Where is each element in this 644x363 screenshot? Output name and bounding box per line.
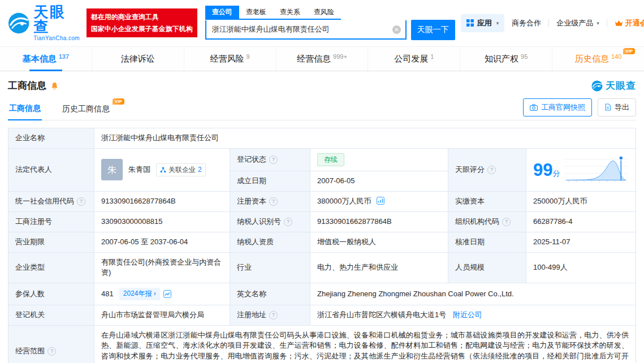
subtab-label: 历史工商信息 [62, 104, 110, 113]
table-row: 营业期限 2007-06-05 至 2037-06-04 纳税人资质 增值税一般… [8, 232, 636, 252]
industry-label: 行业 [230, 252, 310, 283]
subtab-history-business-info[interactable]: 历史工商信息 VIP [61, 98, 111, 120]
tab-label: 法律诉讼 [121, 54, 155, 64]
info-icon[interactable]: ? [77, 197, 85, 206]
score-widget[interactable]: 99分 [533, 155, 629, 184]
search-tab-relation[interactable]: 查关系 [273, 6, 307, 19]
business-cooperation-link[interactable]: 商务合作 [512, 18, 541, 28]
related-count: 2 [198, 165, 202, 175]
approved-date-value: 2025-11-07 [526, 232, 636, 252]
official-snapshot-button[interactable]: 工商官网快照 [523, 98, 592, 116]
enterprise-products-menu[interactable]: 企业级产品 ▾ [556, 18, 599, 28]
industry-value: 电力、热力生产和供应业 [310, 252, 448, 283]
top-header: 天眼查 TianYanCha.com 都在用的商业查询工具 国家中小企业发展子基… [0, 0, 644, 45]
related-companies-badge[interactable]: 关联企业 2 [156, 163, 206, 176]
info-icon[interactable]: ? [284, 218, 292, 226]
export-icon [604, 103, 611, 111]
tianyancha-watermark-icon [591, 80, 603, 92]
term-value: 2007-06-05 至 2037-06-04 [94, 232, 230, 252]
reg-no-label: 工商注册号 [8, 211, 94, 232]
info-icon[interactable]: ? [269, 197, 278, 206]
table-row: 企业类型 有限责任公司(外商投资企业与内资合资) 行业 电力、热力生产和供应业 … [8, 252, 636, 283]
divider [548, 19, 549, 27]
info-icon[interactable]: ? [269, 155, 278, 164]
search-tabs: 查公司 查老板 查关系 查风险 [205, 6, 341, 20]
company-name-value: 浙江浙能中煤舟山煤电有限责任公司 [94, 128, 636, 149]
tax-qual-value: 增值税一般纳税人 [310, 232, 448, 252]
section-title: 工商信息 [8, 79, 46, 92]
tab-history-info[interactable]: 历史信息 140 VIP [552, 47, 644, 71]
insured-trend-icon[interactable] [163, 290, 171, 298]
reg-status-label: 登记状态? [230, 148, 310, 171]
score-label: 天眼评分? [448, 148, 526, 191]
tab-label: 经营信息 [297, 54, 331, 64]
search-tab-boss[interactable]: 查老板 [239, 6, 273, 19]
tab-operating-info[interactable]: 经营信息 999+ [276, 47, 368, 71]
info-icon[interactable]: ? [487, 166, 496, 174]
reg-capital-label: 注册资本? [230, 192, 310, 212]
company-name-label: 企业名称 [8, 128, 94, 149]
nearby-companies-link[interactable]: 附近公司 [453, 310, 482, 319]
reg-authority-label: 登记机关 [8, 305, 94, 325]
table-row: 企业名称 浙江浙能中煤舟山煤电有限责任公司 [8, 128, 636, 149]
credit-code-value: 91330901662877864B [94, 192, 230, 212]
tab-operating-risk[interactable]: 经营风险 9 [184, 47, 276, 71]
business-scope-label: 经营范围? [8, 325, 94, 363]
tax-qual-label: 纳税人资质 [230, 232, 310, 252]
score-cell: 99分 [526, 148, 636, 191]
company-section-tabs: 基本信息 137 法律诉讼 经营风险 9 经营信息 999+ 公司发展 1 知识… [0, 46, 644, 71]
table-row: 法定代表人 朱 朱青国 关联企业 2 登记状态? [8, 148, 636, 171]
slogan-line-1: 都在用的商业查询工具 [91, 11, 193, 23]
info-icon[interactable]: ? [502, 218, 511, 226]
table-row: 工商注册号 330903000008815 纳税人识别号? 9133090166… [8, 211, 636, 232]
apps-label: 应用 [477, 18, 492, 28]
tab-count: 140 [611, 53, 621, 60]
clear-search-icon[interactable]: ✕ [392, 25, 401, 34]
legal-rep-label: 法定代表人 [8, 148, 94, 191]
business-info-card: 工商信息 天眼查 工商信息 历史工商信息 VIP [0, 71, 644, 363]
reg-status-value: 存续 [310, 148, 448, 171]
apps-grid-icon [466, 19, 474, 27]
watermark-text: 天眼查 [606, 79, 636, 92]
tab-company-development[interactable]: 公司发展 1 [368, 47, 460, 71]
info-icon[interactable]: ? [47, 347, 56, 356]
established-value: 2007-06-05 [310, 171, 448, 192]
search-area: 查公司 查老板 查关系 查风险 ✕ 天眼一下 [205, 6, 455, 40]
chevron-down-icon: ▾ [496, 20, 499, 26]
reg-address-label: 注册地址? [230, 305, 310, 325]
tab-basic-info[interactable]: 基本信息 137 [0, 47, 92, 71]
tab-label: 知识产权 [485, 54, 518, 64]
business-info-table: 企业名称 浙江浙能中煤舟山煤电有限责任公司 法定代表人 朱 朱青国 关联企业 2 [8, 128, 636, 363]
export-label: 导出 [615, 102, 629, 113]
search-tab-risk[interactable]: 查风险 [307, 6, 341, 19]
search-input[interactable] [206, 20, 405, 38]
table-row: 参保人数 481 2024年报 › 英文名称 Zhejiang Zheneng … [8, 283, 636, 305]
english-name-value: Zhejiang Zheneng Zhongmei Zhoushan Coal … [310, 283, 636, 305]
tab-label: 经营风险 [210, 54, 244, 64]
search-tab-company[interactable]: 查公司 [205, 6, 239, 19]
open-vip-menu[interactable]: 开通会员 ▾ [615, 18, 644, 28]
section-watermark: 天眼查 [591, 79, 636, 92]
org-code-value: 66287786-4 [526, 211, 636, 232]
annual-report-link[interactable]: 2024年报 › [119, 288, 160, 300]
score-value: 99 [533, 160, 552, 180]
subtab-business-info[interactable]: 工商信息 [8, 98, 42, 120]
vip-badge: VIP [113, 98, 124, 105]
capital-analysis-icon[interactable] [377, 197, 384, 205]
tab-intellectual-property[interactable]: 知识产权 95 [460, 47, 552, 71]
apps-menu[interactable]: 应用 ▾ [461, 14, 505, 32]
tax-id-value: 91330901662877864B [310, 211, 448, 232]
info-icon[interactable]: ? [269, 311, 278, 319]
insured-count-label: 参保人数 [8, 283, 94, 305]
table-row: 统一社会信用代码? 91330901662877864B 注册资本? 38000… [8, 192, 636, 212]
export-button[interactable]: 导出 [598, 98, 636, 116]
snapshot-label: 工商官网快照 [541, 102, 585, 113]
tianyancha-logo[interactable]: 天眼查 TianYanCha.com [8, 5, 81, 41]
tab-count: 95 [521, 53, 528, 60]
legal-rep-name[interactable]: 朱青国 [128, 165, 150, 175]
search-button[interactable]: 天眼一下 [411, 20, 455, 40]
legal-rep-avatar[interactable]: 朱 [101, 159, 123, 180]
tab-legal-proceedings[interactable]: 法律诉讼 [92, 47, 184, 71]
subscribe-bell-icon[interactable] [50, 81, 59, 90]
reg-capital-value: 380000万人民币 [310, 192, 448, 212]
